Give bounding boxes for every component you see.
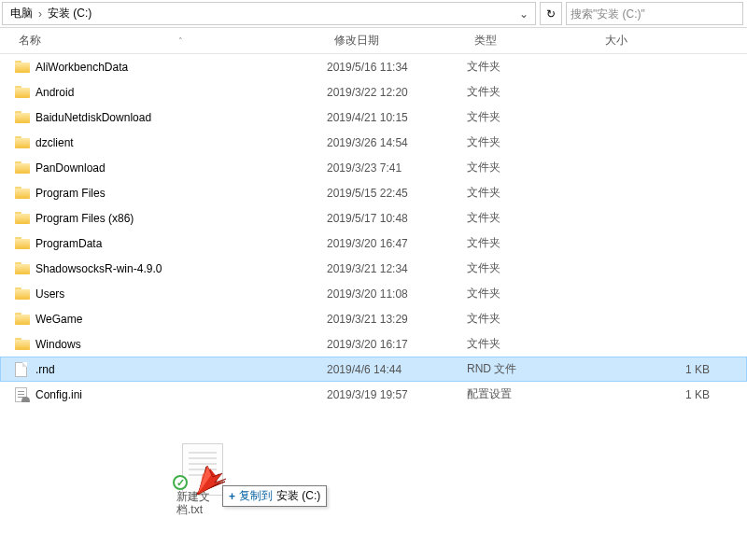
file-type: 文件夹 [467,109,598,125]
folder-icon [15,212,30,224]
file-name: PanDownload [35,161,327,175]
folder-icon [15,313,30,325]
file-row[interactable]: WeGame2019/3/21 13:29文件夹 [0,306,747,331]
file-type: 文件夹 [467,235,598,251]
column-header-size[interactable]: 大小 [598,28,747,53]
file-type: 文件夹 [467,260,598,276]
file-date: 2019/3/21 13:29 [327,313,467,326]
file-name: ShadowsocksR-win-4.9.0 [35,262,327,275]
breadcrumb-dropdown-icon[interactable]: ⌄ [516,7,531,21]
file-row[interactable]: Program Files (x86)2019/5/17 10:48文件夹 [0,205,747,231]
file-name: AliWorkbenchData [35,61,327,74]
file-row[interactable]: BaiduNetdiskDownload2019/4/21 10:15文件夹 [0,105,747,130]
file-date: 2019/3/26 14:54 [327,136,467,149]
breadcrumb-seg-computer[interactable]: 电脑 [7,6,36,21]
file-type: 文件夹 [467,286,598,301]
file-size: 1 KB [598,388,747,401]
file-row[interactable]: PanDownload2019/3/23 7:41文件夹 [0,155,747,180]
file-type: RND 文件 [467,361,598,377]
file-type: 文件夹 [467,336,598,352]
file-row[interactable]: Windows2019/3/20 16:17文件夹 [0,331,747,357]
file-list[interactable]: AliWorkbenchData2019/5/16 11:34文件夹Androi… [0,54,747,407]
file-date: 2019/3/21 12:34 [327,262,467,275]
file-name: Android [35,86,327,99]
file-row[interactable]: ProgramData2019/3/20 16:47文件夹 [0,231,747,256]
folder-icon [15,111,30,123]
refresh-icon: ↻ [546,7,556,21]
file-type: 文件夹 [467,210,598,226]
drag-ghost: ✓ 新建文 档.txt [182,443,223,496]
file-type: 文件夹 [467,311,598,327]
file-date: 2019/3/23 7:41 [327,161,467,175]
file-date: 2019/4/21 10:15 [327,111,467,124]
file-name: Users [35,287,327,301]
file-date: 2019/5/15 22:45 [327,187,467,200]
folder-icon [15,262,30,274]
file-type: 文件夹 [467,185,598,201]
file-date: 2019/4/6 14:44 [327,363,467,376]
file-date: 2019/3/20 16:47 [327,237,467,250]
search-input[interactable] [571,7,739,21]
file-row[interactable]: AliWorkbenchData2019/5/16 11:34文件夹 [0,54,747,79]
folder-icon [15,237,30,249]
folder-icon [15,61,30,73]
folder-icon [15,136,30,148]
folder-icon [15,287,30,300]
drop-tooltip-target: 安装 (C:) [276,488,320,504]
file-name: ProgramData [35,237,327,250]
search-box[interactable] [566,2,743,25]
file-type: 配置设置 [467,386,598,402]
file-name: WeGame [35,313,327,326]
folder-icon [15,338,30,350]
file-date: 2019/3/22 12:20 [327,86,467,99]
drag-ghost-check-icon: ✓ [173,475,188,490]
file-name: Program Files (x86) [35,212,327,225]
column-header-type[interactable]: 类型 [467,28,598,53]
drag-ghost-document-icon [182,443,223,496]
file-name: BaiduNetdiskDownload [35,111,327,124]
file-row[interactable]: Config.ini2019/3/19 19:57配置设置1 KB [0,382,747,407]
file-name: .rnd [35,363,327,376]
column-header-name-label: 名称 [19,33,41,49]
file-date: 2019/3/20 16:17 [327,338,467,351]
folder-icon [15,187,30,199]
file-icon [15,362,27,377]
file-size: 1 KB [598,363,747,376]
file-row[interactable]: dzclient2019/3/26 14:54文件夹 [0,130,747,155]
file-type: 文件夹 [467,84,598,100]
drop-tooltip-action: 复制到 [239,488,273,504]
column-headers: 名称 ˄ 修改日期 类型 大小 [0,28,747,54]
file-date: 2019/5/16 11:34 [327,61,467,74]
file-row[interactable]: Android2019/3/22 12:20文件夹 [0,79,747,105]
address-bar: 电脑 › 安装 (C:) ⌄ ↻ [0,0,747,28]
refresh-button[interactable]: ↻ [540,2,562,25]
breadcrumb-separator-icon: › [36,7,44,21]
breadcrumb-seg-drive[interactable]: 安装 (C:) [44,6,95,21]
file-date: 2019/3/19 19:57 [327,388,467,401]
file-row[interactable]: .rnd2019/4/6 14:44RND 文件1 KB [0,357,747,382]
sort-indicator-icon: ˄ [41,36,319,46]
file-name: Program Files [35,187,327,200]
file-row[interactable]: Program Files2019/5/15 22:45文件夹 [0,180,747,205]
file-date: 2019/3/20 11:08 [327,287,467,301]
column-header-name[interactable]: 名称 ˄ [0,28,327,53]
file-name: Windows [35,338,327,351]
file-type: 文件夹 [467,160,598,175]
file-name: dzclient [35,136,327,149]
drop-tooltip: + 复制到 安装 (C:) [222,485,327,507]
file-type: 文件夹 [467,134,598,150]
config-file-icon [15,387,27,402]
folder-icon [15,161,30,174]
plus-icon: + [229,490,235,503]
file-date: 2019/5/17 10:48 [327,212,467,225]
column-header-date[interactable]: 修改日期 [327,28,467,53]
file-row[interactable]: Users2019/3/20 11:08文件夹 [0,281,747,306]
breadcrumb[interactable]: 电脑 › 安装 (C:) ⌄ [2,2,536,25]
file-name: Config.ini [35,388,327,401]
file-row[interactable]: ShadowsocksR-win-4.9.02019/3/21 12:34文件夹 [0,256,747,281]
file-type: 文件夹 [467,59,598,75]
folder-icon [15,86,30,98]
